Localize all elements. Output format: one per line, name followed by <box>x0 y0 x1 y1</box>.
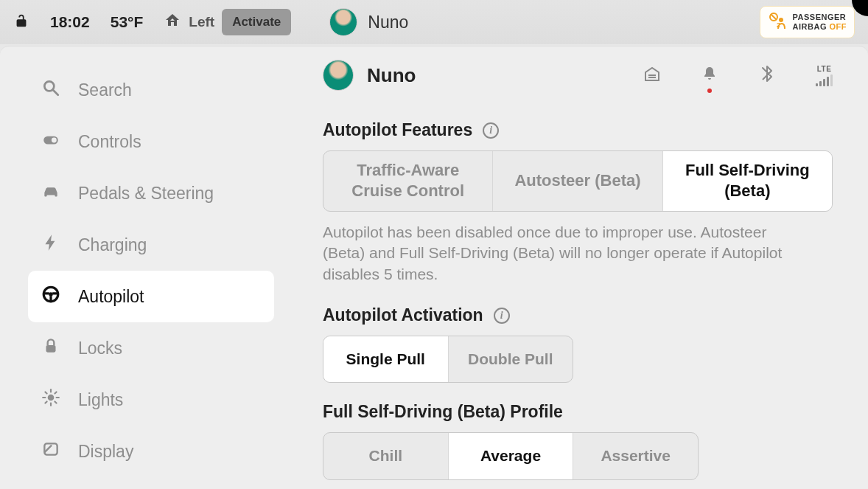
airbag-text: PASSENGER AIRBAG OFF <box>793 13 847 32</box>
sidebar-item-pedals-steering[interactable]: Pedals & Steering <box>28 167 274 219</box>
topbar-profile[interactable]: Nuno <box>329 8 408 36</box>
bolt-icon <box>41 233 60 257</box>
settings-sidebar: Search Controls Pedals & Steering Chargi… <box>0 46 287 489</box>
svg-point-11 <box>48 395 55 401</box>
section-autopilot-activation: Autopilot Activation i Single Pull Doubl… <box>323 305 833 383</box>
activate-button[interactable]: Activate <box>222 9 291 35</box>
section-fsd-profile: Full Self-Driving (Beta) Profile Chill A… <box>323 402 833 479</box>
feature-option-tacc[interactable]: Traffic-Aware Cruise Control <box>323 151 493 211</box>
fsd-profile-option-chill[interactable]: Chill <box>323 433 449 479</box>
lte-label: LTE <box>817 65 832 73</box>
sidebar-item-display[interactable]: Display <box>28 426 274 477</box>
section-title: Full Self-Driving (Beta) Profile <box>323 402 563 422</box>
svg-line-21 <box>44 445 52 453</box>
unlock-icon[interactable] <box>13 13 29 32</box>
autopilot-activation-segmented: Single Pull Double Pull <box>323 336 573 383</box>
section-autopilot-features: Autopilot Features i Traffic-Aware Cruis… <box>323 120 833 285</box>
activation-option-double-pull[interactable]: Double Pull <box>449 336 573 382</box>
homelink-side-label: Left <box>189 14 214 30</box>
autopilot-warning-text: Autopilot has been disabled once due to … <box>323 222 794 285</box>
sidebar-item-label: Charging <box>78 235 147 255</box>
sidebar-item-label: Pedals & Steering <box>78 184 214 204</box>
svg-line-1 <box>771 14 777 20</box>
feature-option-fsd[interactable]: Full Self-Driving (Beta) <box>663 151 832 211</box>
cellular-signal[interactable]: LTE <box>816 65 833 86</box>
main-panel: Nuno LTE Autopilot Features i <box>287 46 868 489</box>
top-bar: 18:02 53°F Left Activate Nuno 2 PASSENGE… <box>0 0 868 44</box>
svg-line-5 <box>53 90 58 95</box>
display-icon <box>41 440 60 463</box>
svg-rect-10 <box>46 345 56 353</box>
info-icon[interactable]: i <box>494 308 510 324</box>
svg-line-17 <box>55 401 56 403</box>
svg-point-9 <box>49 292 52 296</box>
toggle-icon <box>41 130 60 153</box>
svg-point-7 <box>52 138 57 143</box>
signal-bars-icon <box>816 74 833 86</box>
main-header: Nuno LTE <box>323 60 833 91</box>
sidebar-item-label: Autopilot <box>78 287 144 307</box>
sidebar-item-search[interactable]: Search <box>28 64 274 116</box>
sidebar-item-label: Display <box>78 442 133 462</box>
fsd-profile-segmented: Chill Average Assertive <box>323 432 699 479</box>
sidebar-item-label: Controls <box>78 132 141 152</box>
sidebar-item-label: Lights <box>78 390 123 410</box>
car-icon <box>41 181 60 205</box>
home-icon <box>164 12 181 32</box>
sidebar-item-label: Locks <box>78 339 122 358</box>
svg-rect-22 <box>648 74 656 76</box>
section-title: Autopilot Activation <box>323 305 483 325</box>
passenger-airbag-badge[interactable]: 2 PASSENGER AIRBAG OFF <box>760 6 855 38</box>
avatar[interactable] <box>323 60 354 91</box>
sidebar-item-controls[interactable]: Controls <box>28 116 274 167</box>
sidebar-item-autopilot[interactable]: Autopilot <box>28 271 274 322</box>
temperature: 53°F <box>111 13 144 31</box>
steering-wheel-icon <box>41 285 60 308</box>
svg-line-16 <box>45 392 46 393</box>
notifications-icon[interactable] <box>701 65 718 86</box>
garage-icon[interactable] <box>643 65 661 86</box>
section-title: Autopilot Features <box>323 120 472 140</box>
airbag-icon: 2 <box>768 11 787 33</box>
svg-rect-23 <box>648 77 656 78</box>
svg-text:2: 2 <box>777 21 780 29</box>
homelink-cluster[interactable]: Left Activate <box>164 9 291 35</box>
profile-name: Nuno <box>367 64 416 87</box>
sidebar-item-charging[interactable]: Charging <box>28 219 274 271</box>
notification-dot <box>707 89 712 93</box>
clock: 18:02 <box>50 13 90 31</box>
avatar <box>329 8 357 36</box>
info-icon[interactable]: i <box>483 122 499 139</box>
sidebar-item-lights[interactable]: Lights <box>28 374 274 426</box>
svg-line-18 <box>55 392 56 393</box>
bluetooth-icon[interactable] <box>758 65 776 86</box>
sidebar-item-label: Search <box>78 80 132 100</box>
profile-name: Nuno <box>368 13 408 32</box>
activation-option-single-pull[interactable]: Single Pull <box>323 336 449 382</box>
search-icon <box>41 78 60 102</box>
lock-icon <box>41 336 60 360</box>
svg-line-19 <box>45 401 46 403</box>
lights-icon <box>41 388 60 412</box>
autopilot-features-segmented: Traffic-Aware Cruise Control Autosteer (… <box>323 150 833 212</box>
fsd-profile-option-assertive[interactable]: Assertive <box>573 433 698 479</box>
sidebar-item-locks[interactable]: Locks <box>28 322 274 374</box>
feature-option-autosteer[interactable]: Autosteer (Beta) <box>493 151 662 211</box>
fsd-profile-option-average[interactable]: Average <box>449 433 574 479</box>
